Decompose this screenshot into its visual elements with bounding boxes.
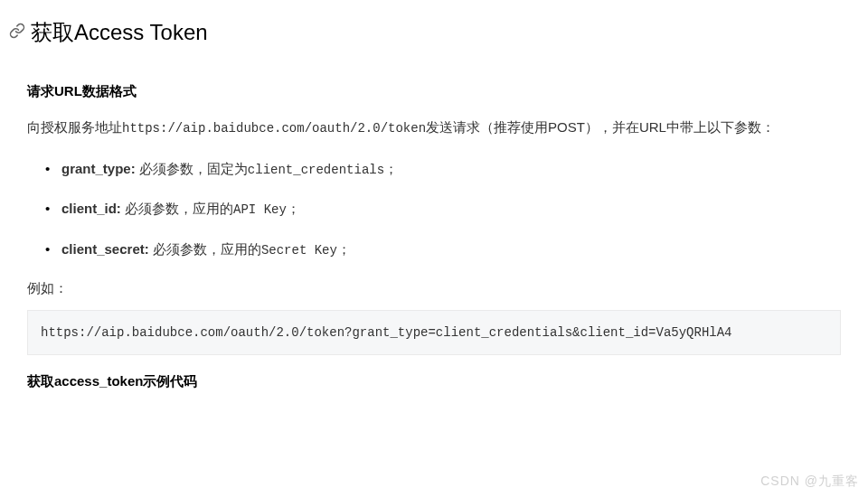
param-desc-suffix: ； [337,241,351,257]
param-list: grant_type: 必须参数，固定为client_credentials； … [27,157,841,262]
section-heading-example-code: 获取access_token示例代码 [27,373,841,390]
param-name: client_secret: [61,241,149,257]
code-block-example[interactable]: https://aip.baidubce.com/oauth/2.0/token… [27,310,841,355]
intro-suffix: 发送请求（推荐使用POST），并在URL中带上以下参数： [426,119,775,135]
list-item: client_secret: 必须参数，应用的Secret Key； [45,238,841,262]
param-desc-suffix: ； [384,161,398,176]
content-area: 请求URL数据格式 向授权服务地址https://aip.baidubce.co… [0,56,868,414]
param-code: Secret Key [261,243,337,258]
param-name: client_id: [61,201,121,216]
param-desc-prefix: 必须参数，应用的 [121,201,233,216]
param-desc-suffix: ； [287,201,300,216]
intro-prefix: 向授权服务地址 [27,119,122,135]
param-code: API Key [233,202,287,217]
param-desc-prefix: 必须参数，固定为 [136,161,248,176]
list-item: client_id: 必须参数，应用的API Key； [45,197,841,221]
param-name: grant_type: [61,161,136,176]
link-icon[interactable] [9,23,25,43]
intro-url: https://aip.baidubce.com/oauth/2.0/token [122,121,426,136]
example-label: 例如： [27,280,841,297]
page-title-text: 获取Access Token [31,18,208,47]
param-desc-prefix: 必须参数，应用的 [149,241,261,257]
page-title: 获取Access Token [0,0,868,56]
param-code: client_credentials [248,163,384,177]
list-item: grant_type: 必须参数，固定为client_credentials； [45,157,841,182]
intro-paragraph: 向授权服务地址https://aip.baidubce.com/oauth/2.… [27,115,841,141]
section-heading-url-format: 请求URL数据格式 [27,83,841,100]
code-text: https://aip.baidubce.com/oauth/2.0/token… [41,325,732,340]
